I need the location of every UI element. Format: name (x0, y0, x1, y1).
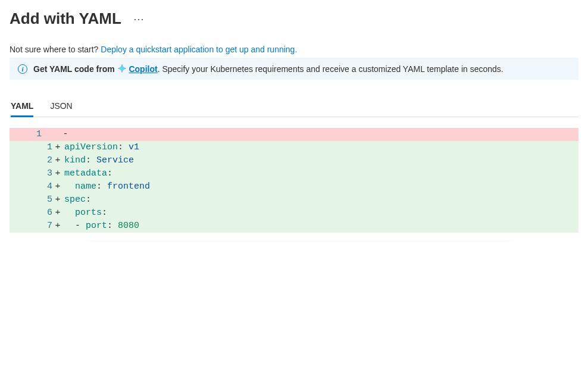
diff-added-line: 5+spec: (10, 193, 578, 206)
code-editor[interactable]: 1 - 1+apiVersion: v12+kind: Service3+met… (10, 128, 578, 233)
diff-added-line: 7+ - port: 8080 (10, 220, 578, 233)
banner-tail: . Specify your Kubernetes requirements a… (158, 64, 503, 74)
line-number: 4+ (10, 180, 63, 193)
line-number: 1+ (10, 141, 63, 154)
copilot-link[interactable]: Copilot (129, 64, 157, 74)
line-number: 2+ (10, 154, 63, 167)
diff-added-line: 4+ name: frontend (10, 180, 578, 193)
line-number: 6+ (10, 206, 63, 220)
code-content: apiVersion: v1 (63, 141, 139, 154)
info-icon: i (18, 64, 27, 74)
quickstart-link[interactable]: Deploy a quickstart application to get u… (101, 45, 297, 54)
code-content: name: frontend (63, 180, 150, 193)
banner-text: Get YAML code from Copilot. Specify your… (33, 64, 503, 74)
code-content: spec: (63, 193, 91, 206)
help-prefix: Not sure where to start? (10, 45, 101, 54)
code-content: metadata: (63, 167, 112, 180)
code-content: ports: (63, 206, 107, 220)
line-number: 7+ (10, 220, 63, 233)
banner-lead: Get YAML code from (33, 64, 115, 74)
diff-added-line: 3+metadata: (10, 167, 578, 180)
line-number: 1 (10, 128, 45, 141)
tab-json[interactable]: JSON (50, 96, 72, 117)
diff-added-line: 6+ ports: (10, 206, 578, 220)
help-text: Not sure where to start? Deploy a quicks… (10, 45, 578, 54)
line-number: 3+ (10, 167, 63, 180)
diff-added-line: 2+kind: Service (10, 154, 578, 167)
line-number: 5+ (10, 193, 63, 206)
tab-yaml[interactable]: YAML (11, 96, 33, 117)
copilot-info-banner: i Get YAML code from Copilot. Specify yo… (10, 58, 578, 80)
diff-minus-glyph: - (45, 128, 81, 141)
diff-added-line: 1+apiVersion: v1 (10, 141, 578, 154)
more-actions-button[interactable]: ⋯ (131, 11, 146, 27)
page-title: Add with YAML (10, 10, 121, 28)
code-content: - port: 8080 (63, 220, 139, 233)
format-tabs: YAML JSON (10, 96, 578, 117)
code-content: kind: Service (63, 154, 134, 167)
diff-removed-line: 1 - (10, 128, 578, 141)
copilot-icon (117, 64, 127, 73)
